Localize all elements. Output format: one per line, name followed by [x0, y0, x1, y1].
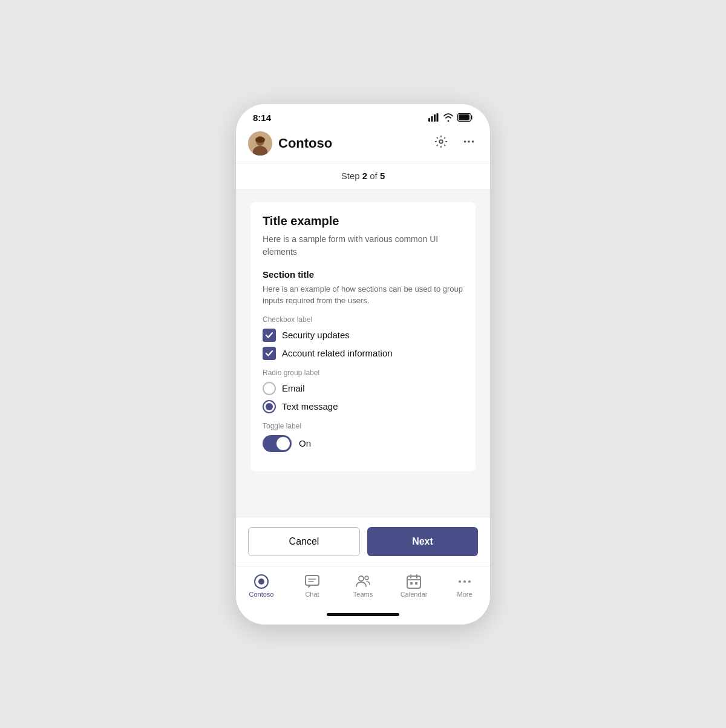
- step-total: 5: [380, 171, 385, 181]
- nav-label-more: More: [457, 591, 472, 598]
- status-bar: 8:14: [236, 104, 490, 125]
- toggle-item: On: [263, 435, 463, 452]
- section-description: Here is an example of how sections can b…: [263, 283, 463, 307]
- nav-item-chat[interactable]: Chat: [287, 571, 338, 600]
- nav-label-calendar: Calendar: [401, 591, 428, 598]
- nav-label-contoso: Contoso: [249, 591, 274, 598]
- svg-rect-25: [410, 582, 413, 585]
- nav-item-contoso[interactable]: Contoso: [236, 571, 287, 600]
- radio-group: Radio group label Email Text message: [263, 369, 463, 413]
- cancel-button[interactable]: Cancel: [248, 527, 360, 556]
- content-area: Title example Here is a sample form with…: [236, 190, 490, 517]
- home-bar: [327, 613, 399, 616]
- checkbox-item-2[interactable]: Account related information: [263, 347, 463, 360]
- radio-item-1[interactable]: Email: [263, 382, 463, 395]
- gear-button[interactable]: [432, 133, 450, 154]
- svg-point-29: [468, 580, 471, 583]
- radio-outer-1[interactable]: [263, 382, 276, 395]
- nav-icon-calendar: [406, 574, 422, 589]
- checkbox-label-1: Security updates: [282, 330, 350, 340]
- header-right: [432, 133, 478, 154]
- step-prefix: Step: [341, 171, 362, 181]
- bottom-nav: Contoso Chat Teams: [236, 566, 490, 603]
- home-indicator: [236, 603, 490, 625]
- card-description: Here is a sample form with various commo…: [263, 233, 463, 258]
- nav-item-calendar[interactable]: Calendar: [388, 571, 439, 600]
- nav-item-teams[interactable]: Teams: [338, 571, 388, 600]
- toggle-state-label: On: [299, 438, 311, 448]
- card-title: Title example: [263, 214, 463, 228]
- wifi-icon: [443, 113, 454, 122]
- next-button[interactable]: Next: [367, 527, 478, 556]
- svg-rect-5: [459, 114, 469, 120]
- toggle-label: Toggle label: [263, 422, 463, 430]
- toggle-thumb: [276, 437, 290, 450]
- nav-label-chat: Chat: [305, 591, 319, 598]
- radio-label-1: Email: [282, 383, 305, 393]
- nav-item-more[interactable]: More: [439, 571, 490, 600]
- signal-icon: [428, 113, 439, 122]
- toggle-group: Toggle label On: [263, 422, 463, 452]
- svg-rect-26: [415, 582, 417, 585]
- svg-point-19: [359, 576, 364, 581]
- step-separator: of: [367, 171, 380, 181]
- svg-rect-3: [437, 113, 439, 122]
- svg-rect-1: [431, 116, 433, 122]
- checkbox-item-1[interactable]: Security updates: [263, 329, 463, 342]
- checkmark-icon-1: [265, 331, 273, 339]
- svg-rect-0: [428, 118, 430, 122]
- battery-icon: [457, 113, 473, 122]
- nav-icon-teams: [355, 574, 371, 589]
- nav-icon-contoso: [253, 574, 269, 589]
- svg-point-13: [472, 140, 474, 143]
- footer-buttons: Cancel Next: [236, 517, 490, 566]
- radio-item-2[interactable]: Text message: [263, 400, 463, 413]
- header-left: Contoso: [248, 131, 332, 156]
- avatar: [248, 131, 272, 156]
- toggle-track[interactable]: [263, 435, 292, 452]
- more-options-button[interactable]: [460, 133, 478, 154]
- checkbox-label: Checkbox label: [263, 315, 463, 324]
- svg-point-20: [365, 576, 368, 580]
- step-current: 2: [362, 171, 367, 181]
- step-indicator: Step 2 of 5: [236, 163, 490, 190]
- svg-point-10: [439, 140, 443, 143]
- app-name: Contoso: [278, 136, 332, 151]
- radio-inner-2: [266, 403, 273, 410]
- svg-rect-16: [306, 576, 319, 585]
- svg-point-15: [258, 579, 264, 585]
- form-card: Title example Here is a sample form with…: [250, 202, 476, 471]
- svg-rect-21: [407, 576, 420, 588]
- checkbox-box-1[interactable]: [263, 329, 276, 342]
- status-icons: [428, 113, 473, 122]
- checkbox-box-2[interactable]: [263, 347, 276, 360]
- phone-frame: 8:14: [236, 104, 490, 625]
- gear-icon: [434, 135, 448, 148]
- svg-point-28: [463, 580, 466, 583]
- radio-outer-2[interactable]: [263, 400, 276, 413]
- radio-label-2: Text message: [282, 401, 338, 412]
- ellipsis-icon: [462, 135, 476, 148]
- status-time: 8:14: [253, 113, 271, 123]
- svg-point-12: [468, 140, 470, 143]
- checkbox-group: Checkbox label Security updates: [263, 315, 463, 360]
- checkbox-label-2: Account related information: [282, 348, 393, 358]
- nav-label-teams: Teams: [353, 591, 373, 598]
- svg-point-9: [255, 137, 265, 143]
- svg-point-27: [459, 580, 461, 583]
- app-header: Contoso: [236, 125, 490, 163]
- svg-point-11: [464, 140, 466, 143]
- nav-icon-more: [457, 574, 473, 589]
- checkmark-icon-2: [265, 349, 273, 358]
- section-title: Section title: [263, 269, 463, 280]
- svg-rect-2: [434, 114, 436, 122]
- nav-icon-chat: [304, 574, 320, 589]
- radio-group-label: Radio group label: [263, 369, 463, 377]
